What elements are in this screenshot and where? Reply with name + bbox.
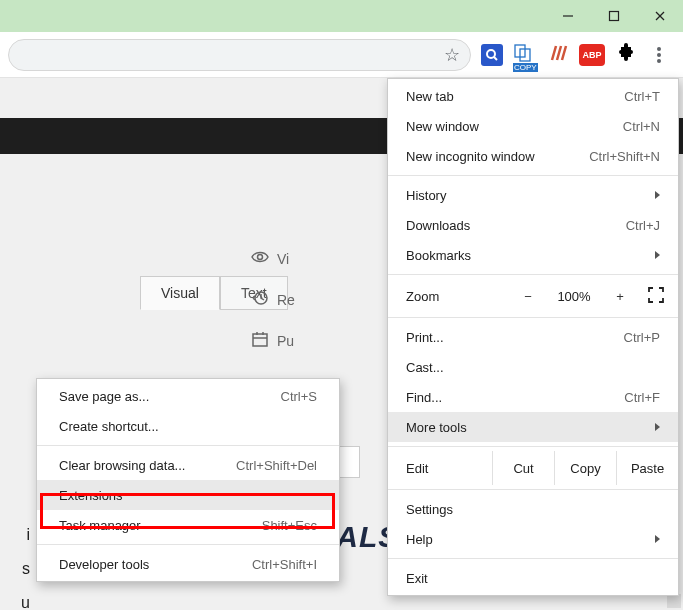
menu-zoom-row: Zoom − 100% + <box>388 279 678 313</box>
edit-label: Edit <box>388 461 492 476</box>
menu-edit-row: Edit Cut Copy Paste <box>388 451 678 485</box>
menu-print[interactable]: Print...Ctrl+P <box>388 322 678 352</box>
window-maximize-button[interactable] <box>591 0 637 32</box>
submenu-extensions[interactable]: Extensions <box>37 480 339 510</box>
menu-more-tools[interactable]: More tools <box>388 412 678 442</box>
search-extension-icon[interactable] <box>481 44 503 66</box>
svg-point-4 <box>487 50 495 58</box>
chrome-menu-button[interactable] <box>643 39 675 71</box>
visibility-label: Vi <box>277 251 289 267</box>
menu-new-tab[interactable]: New tabCtrl+T <box>388 81 678 111</box>
edit-cut-button[interactable]: Cut <box>492 451 554 485</box>
menu-history[interactable]: History <box>388 180 678 210</box>
menu-separator <box>37 544 339 545</box>
chevron-right-icon <box>655 191 660 199</box>
menu-separator <box>37 445 339 446</box>
stripes-extension-icon[interactable] <box>549 43 569 66</box>
edit-paste-button[interactable]: Paste <box>616 451 678 485</box>
revisions-label: Re <box>277 292 295 308</box>
menu-help[interactable]: Help <box>388 524 678 554</box>
calendar-icon <box>251 330 269 351</box>
svg-point-12 <box>258 255 263 260</box>
menu-separator <box>388 489 678 490</box>
scrollbar-corner <box>667 594 681 608</box>
browser-toolbar: ☆ COPY ABP <box>0 32 683 78</box>
menu-new-window[interactable]: New windowCtrl+N <box>388 111 678 141</box>
submenu-developer-tools[interactable]: Developer toolsCtrl+Shift+I <box>37 549 339 579</box>
svg-rect-14 <box>253 334 267 346</box>
menu-separator <box>388 558 678 559</box>
published-label: Pu <box>277 333 294 349</box>
page-body-fragment: isu,v <box>0 518 30 610</box>
menu-separator <box>388 274 678 275</box>
menu-find[interactable]: Find...Ctrl+F <box>388 382 678 412</box>
fullscreen-button[interactable] <box>638 286 674 307</box>
svg-point-11 <box>657 59 661 63</box>
svg-point-9 <box>657 47 661 51</box>
zoom-in-button[interactable]: + <box>602 289 638 304</box>
revisions-icon <box>251 289 269 310</box>
menu-downloads[interactable]: DownloadsCtrl+J <box>388 210 678 240</box>
tab-visual[interactable]: Visual <box>140 276 220 310</box>
menu-separator <box>388 446 678 447</box>
publish-box: Vi Re Pu <box>251 248 361 351</box>
omnibox[interactable]: ☆ <box>8 39 471 71</box>
window-titlebar <box>0 0 683 32</box>
zoom-out-button[interactable]: − <box>510 289 546 304</box>
chevron-right-icon <box>655 535 660 543</box>
zoom-value: 100% <box>546 289 602 304</box>
window-close-button[interactable] <box>637 0 683 32</box>
submenu-clear-data[interactable]: Clear browsing data...Ctrl+Shift+Del <box>37 450 339 480</box>
menu-separator <box>388 175 678 176</box>
window-minimize-button[interactable] <box>545 0 591 32</box>
chrome-main-menu: New tabCtrl+T New windowCtrl+N New incog… <box>387 78 679 596</box>
menu-cast[interactable]: Cast... <box>388 352 678 382</box>
svg-rect-1 <box>610 12 619 21</box>
more-tools-submenu: Save page as...Ctrl+S Create shortcut...… <box>36 378 340 582</box>
edit-copy-button[interactable]: Copy <box>554 451 616 485</box>
extension-icons-area: COPY ABP <box>481 43 635 66</box>
chevron-right-icon <box>655 251 660 259</box>
menu-bookmarks[interactable]: Bookmarks <box>388 240 678 270</box>
submenu-save-page[interactable]: Save page as...Ctrl+S <box>37 381 339 411</box>
submenu-create-shortcut[interactable]: Create shortcut... <box>37 411 339 441</box>
chevron-right-icon <box>655 423 660 431</box>
menu-settings[interactable]: Settings <box>388 494 678 524</box>
svg-line-5 <box>494 57 497 60</box>
copy-extension-icon[interactable]: COPY <box>513 43 539 66</box>
menu-exit[interactable]: Exit <box>388 563 678 593</box>
adblock-extension-icon[interactable]: ABP <box>579 44 605 66</box>
menu-separator <box>388 317 678 318</box>
zoom-label: Zoom <box>406 289 510 304</box>
eye-icon <box>251 248 269 269</box>
submenu-task-manager[interactable]: Task managerShift+Esc <box>37 510 339 540</box>
bookmark-star-icon[interactable]: ☆ <box>444 44 460 66</box>
svg-point-10 <box>657 53 661 57</box>
extensions-puzzle-icon[interactable] <box>615 43 635 66</box>
menu-new-incognito[interactable]: New incognito windowCtrl+Shift+N <box>388 141 678 171</box>
